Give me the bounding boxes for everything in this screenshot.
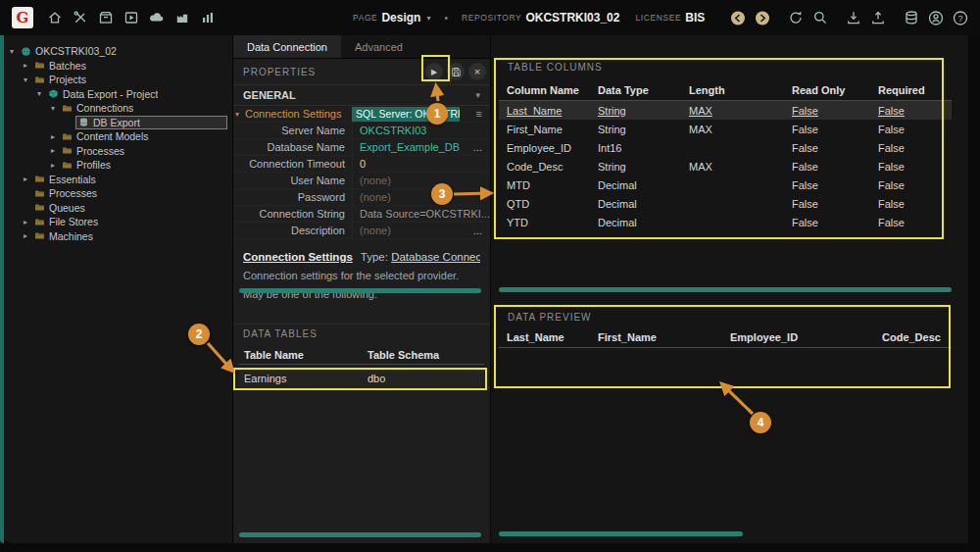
chevron-right-icon[interactable]: ▸: [24, 175, 34, 183]
chevron-down-icon[interactable]: ▾: [24, 75, 34, 84]
table-row[interactable]: First_NameStringMAXFalseFalse: [499, 120, 952, 138]
run-batch-icon[interactable]: [123, 10, 139, 25]
chevron-down-icon[interactable]: ▾: [233, 110, 245, 119]
user-name-value[interactable]: (none): [360, 175, 391, 186]
tab-advanced[interactable]: Advanced: [341, 35, 416, 58]
upload-icon[interactable]: [870, 10, 886, 25]
table-row[interactable]: Last_NameStringMAXFalseFalse: [499, 101, 952, 120]
horizontal-scrollbar[interactable]: [239, 532, 481, 537]
help-icon[interactable]: ?: [953, 10, 968, 25]
navigation-tree: ▾ OKCSTRKI03_02 ▸ Batches ▾ Projects ▾ D…: [4, 35, 232, 543]
menu-icon[interactable]: ≡: [476, 108, 490, 120]
tree-item-processes[interactable]: ▸ Processes: [4, 144, 232, 159]
horizontal-scrollbar[interactable]: [499, 531, 743, 536]
tree-item-processes-root[interactable]: Processes: [4, 186, 232, 201]
chevron-right-icon[interactable]: ▸: [51, 146, 62, 155]
folder-icon: [62, 131, 73, 142]
tree-item-batches[interactable]: ▸ Batches: [4, 59, 232, 74]
selected-tree-item[interactable]: DB Export: [75, 116, 227, 129]
column-header-table-name[interactable]: Table Name: [239, 349, 368, 364]
table-row[interactable]: Code_DescStringMAXFalseFalse: [499, 157, 952, 176]
run-connection-button[interactable]: ▶: [425, 63, 443, 80]
chevron-right-icon[interactable]: ▸: [51, 132, 62, 141]
separator-dot: •: [444, 13, 448, 24]
home-icon[interactable]: [47, 10, 63, 25]
tree-item-essentials[interactable]: ▸ Essentials: [4, 173, 232, 187]
tree-item-machines[interactable]: ▸ Machines: [4, 229, 232, 244]
column-header-table-schema[interactable]: Table Schema: [368, 349, 439, 364]
database-stack-icon[interactable]: [904, 10, 919, 25]
refresh-icon[interactable]: [788, 10, 804, 25]
tools-icon[interactable]: [73, 10, 88, 25]
page-value[interactable]: Design: [381, 11, 420, 25]
search-icon[interactable]: [812, 10, 828, 25]
help-type-link[interactable]: Database Connection Sett: [391, 251, 480, 263]
back-icon[interactable]: [730, 10, 746, 25]
column-header[interactable]: First_Name: [590, 331, 722, 347]
chevron-down-icon[interactable]: ▾: [475, 90, 480, 100]
tree-item-queues[interactable]: Queues: [4, 201, 232, 216]
column-header[interactable]: Read Only: [784, 84, 870, 100]
database-name-value[interactable]: Export_Example_DB: [360, 141, 460, 153]
server-name-value[interactable]: OKCSTRKI03: [360, 125, 426, 136]
table-row[interactable]: MTDDecimalFalseFalse: [499, 176, 952, 194]
chevron-down-icon[interactable]: ▾: [10, 47, 21, 56]
cloud-icon[interactable]: [149, 10, 165, 25]
tree-item-projects[interactable]: ▾ Projects: [4, 73, 232, 87]
connection-settings-value[interactable]: SQL Server: OKCSTRKI0...: [352, 107, 460, 122]
data-tables-header-row: Table Name Table Schema: [239, 349, 484, 365]
table-columns-header-row: Column Name Data Type Length Read Only R…: [499, 84, 952, 101]
tree-item-repository-root[interactable]: ▾ OKCSTRKI03_02: [4, 44, 232, 59]
close-button[interactable]: ×: [468, 63, 486, 80]
column-header[interactable]: Column Name: [499, 84, 590, 100]
ellipsis-button[interactable]: ...: [473, 141, 490, 153]
table-row[interactable]: QTDDecimalFalseFalse: [499, 194, 952, 213]
ellipsis-button[interactable]: ...: [473, 225, 490, 236]
chevron-down-icon[interactable]: ▾: [426, 14, 430, 23]
column-header[interactable]: Length: [681, 84, 784, 100]
download-icon[interactable]: [846, 10, 861, 25]
general-section-header[interactable]: GENERAL ▾: [233, 84, 490, 106]
table-row-earnings[interactable]: Earnings dbo: [239, 369, 484, 388]
connection-timeout-value[interactable]: 0: [360, 158, 366, 170]
column-header[interactable]: Last_Name: [499, 331, 590, 347]
tree-item-content-models[interactable]: ▸ Content Models: [4, 129, 232, 144]
column-header[interactable]: Data Type: [590, 84, 681, 100]
column-header[interactable]: Required: [870, 84, 952, 100]
data-preview-title: DATA PREVIEW: [508, 312, 592, 323]
horizontal-scrollbar[interactable]: [239, 288, 481, 293]
top-bar: G PAGE Design ▾ • REPOSITORY OKCSTRKI03_…: [0, 0, 980, 35]
tab-data-connection[interactable]: Data Connection: [233, 35, 341, 58]
chevron-down-icon[interactable]: ▾: [37, 89, 48, 98]
chevron-right-icon[interactable]: ▸: [24, 218, 34, 226]
folder-icon: [34, 75, 45, 85]
property-row-description: Description (none) ...: [233, 223, 490, 239]
folder-icon: [62, 160, 73, 171]
tree-item-file-stores[interactable]: ▸ File Stores: [4, 215, 232, 229]
user-account-icon[interactable]: [928, 10, 944, 25]
chevron-right-icon[interactable]: ▸: [24, 231, 34, 240]
property-label: Connection Settings: [245, 108, 352, 120]
description-value[interactable]: (none): [360, 225, 391, 236]
forward-icon[interactable]: [755, 10, 770, 25]
archive-box-icon[interactable]: [98, 10, 114, 25]
connection-string-value[interactable]: Data Source=OKCSTRKI...: [360, 208, 490, 220]
chevron-right-icon[interactable]: ▸: [24, 61, 34, 70]
horizontal-scrollbar[interactable]: [499, 287, 952, 292]
table-row[interactable]: Employee_IDInt16FalseFalse: [499, 138, 952, 157]
column-header[interactable]: Code_Desc: [874, 331, 952, 347]
tree-item-connections[interactable]: ▾ Connections: [4, 101, 232, 116]
tree-item-profiles[interactable]: ▸ Profiles: [4, 158, 232, 173]
tree-item-db-export[interactable]: DB Export: [4, 116, 232, 130]
save-button[interactable]: [447, 63, 465, 80]
tree-item-data-export-project[interactable]: ▾ Data Export - Project: [4, 87, 232, 102]
licensee-label: LICENSEE: [635, 13, 681, 23]
password-value[interactable]: (none): [360, 191, 391, 203]
chevron-down-icon[interactable]: ▾: [51, 104, 62, 113]
column-header[interactable]: Employee_ID: [722, 331, 874, 347]
table-row[interactable]: YTDDecimalFalseFalse: [499, 213, 952, 231]
bar-chart-icon[interactable]: [200, 10, 216, 25]
machines-icon[interactable]: [174, 10, 190, 25]
chevron-right-icon[interactable]: ▸: [51, 161, 62, 170]
app-logo[interactable]: G: [12, 7, 33, 28]
